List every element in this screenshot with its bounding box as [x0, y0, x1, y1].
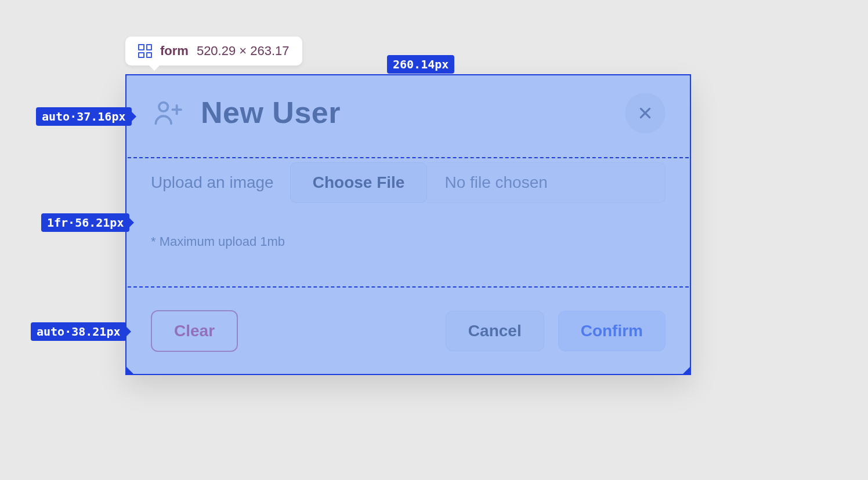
tooltip-dimensions: 520.29 × 263.17 [197, 43, 290, 59]
new-user-dialog: New User Upload an image Choose File No … [125, 74, 691, 375]
dialog-footer: Clear Cancel Confirm [151, 310, 666, 352]
upload-hint: * Maximum upload 1mb [151, 234, 666, 249]
svg-point-0 [159, 103, 168, 111]
file-input-group: Choose File No file chosen [290, 162, 666, 203]
upload-row: Upload an image Choose File No file chos… [151, 162, 666, 203]
file-chosen-status: No file chosen [427, 162, 666, 203]
close-button[interactable] [625, 93, 666, 133]
grid-icon [138, 44, 152, 58]
inspect-tooltip: form 520.29 × 263.17 [125, 37, 302, 66]
grid-row-badge-2: 1fr·56.21px [41, 213, 129, 232]
dialog-header: New User [151, 95, 666, 130]
dialog-body: Upload an image Choose File No file chos… [151, 162, 666, 249]
footer-right-group: Cancel Confirm [446, 311, 666, 351]
tooltip-element-name: form [160, 43, 189, 59]
confirm-button[interactable]: Confirm [558, 311, 666, 351]
new-user-dialog-wrap: New User Upload an image Choose File No … [125, 74, 691, 375]
clear-button[interactable]: Clear [151, 310, 238, 352]
user-plus-icon [151, 96, 185, 129]
close-icon [638, 106, 653, 121]
cancel-button[interactable]: Cancel [446, 311, 544, 351]
grid-row-badge-3: auto·38.21px [31, 322, 126, 341]
dialog-title: New User [201, 95, 341, 130]
grid-row-badge-1: auto·37.16px [36, 107, 132, 126]
choose-file-button[interactable]: Choose File [290, 162, 428, 203]
grid-column-width-badge: 260.14px [387, 55, 454, 74]
upload-image-label: Upload an image [151, 173, 274, 192]
